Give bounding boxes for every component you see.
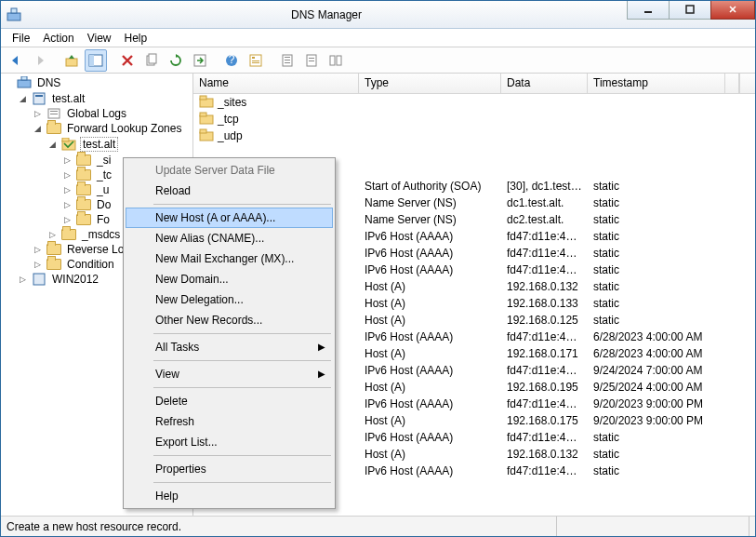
tree-conditional[interactable]: ▷Condition <box>33 257 120 272</box>
ctx-new-alias[interactable]: New Alias (CNAME)... <box>126 228 333 248</box>
svg-rect-36 <box>200 96 206 100</box>
list-item-folder[interactable]: _sites <box>193 94 755 111</box>
status-cell-2 <box>557 517 749 536</box>
ctx-refresh[interactable]: Refresh <box>126 411 333 432</box>
folder-icon <box>76 199 91 210</box>
tree-other-server[interactable]: ▷WIN2012 <box>18 272 104 287</box>
maximize-button[interactable] <box>669 1 711 20</box>
folder-icon <box>46 259 61 270</box>
expand-icon[interactable]: ▷ <box>47 229 58 239</box>
list-item-ts: static <box>588 463 725 478</box>
show-tree-button[interactable] <box>85 49 107 72</box>
menu-view[interactable]: View <box>82 30 117 47</box>
ctx-properties[interactable]: Properties <box>126 459 333 479</box>
ctx-export[interactable]: Export List... <box>126 432 333 452</box>
help-button[interactable]: ? <box>220 49 243 72</box>
ctx-separator <box>153 204 331 205</box>
ctx-delete[interactable]: Delete <box>126 391 333 411</box>
expand-icon[interactable] <box>3 78 13 88</box>
list-item-data: 192.168.0.125 <box>501 313 588 328</box>
svg-rect-34 <box>33 274 45 285</box>
expand-icon[interactable]: ▷ <box>62 154 73 165</box>
close-button[interactable] <box>710 1 755 20</box>
ctx-view[interactable]: View▶ <box>126 364 333 384</box>
expand-icon[interactable]: ▷ <box>33 108 43 118</box>
status-bar: Create a new host resource record. <box>1 516 755 536</box>
collapse-icon[interactable]: ◢ <box>18 93 28 103</box>
tree-child-label: _u <box>95 183 111 196</box>
list-item-data: fd47:d11e:43c... <box>501 262 588 277</box>
nav-forward-button[interactable] <box>29 49 51 72</box>
tree-other-server-label: WIN2012 <box>50 273 100 286</box>
col-header-extra[interactable] <box>725 74 739 93</box>
col-header-name[interactable]: Name <box>193 74 359 93</box>
ctx-all-tasks[interactable]: All Tasks▶ <box>126 337 333 357</box>
tree-child[interactable]: ▷_si <box>62 153 116 168</box>
list-item-folder[interactable]: _tcp <box>193 111 755 128</box>
tree-child[interactable]: ▷Do <box>62 197 116 212</box>
menu-action[interactable]: Action <box>37 30 79 47</box>
minimize-button[interactable] <box>627 1 670 20</box>
tree-server[interactable]: ◢ test.alt <box>18 91 90 106</box>
col-header-type[interactable]: Type <box>359 74 501 93</box>
up-button[interactable] <box>60 49 83 72</box>
list-item-data: dc1.test.alt. <box>501 195 588 210</box>
expand-icon[interactable]: ▷ <box>62 184 73 195</box>
ctx-new-delegation[interactable]: New Delegation... <box>126 289 333 310</box>
tree-child[interactable]: ▷_u <box>62 182 114 197</box>
delete-button[interactable] <box>116 49 139 72</box>
ctx-separator <box>153 387 331 388</box>
expand-icon[interactable]: ▷ <box>33 259 43 269</box>
ctx-new-host[interactable]: New Host (A or AAAA)... <box>126 208 333 228</box>
refresh-button[interactable] <box>165 49 187 72</box>
expand-icon[interactable]: ▷ <box>18 274 28 284</box>
expand-icon[interactable]: ▷ <box>62 214 73 224</box>
expand-icon[interactable]: ▷ <box>62 199 73 209</box>
filter-button-3[interactable] <box>325 49 347 72</box>
folder-icon <box>46 123 61 134</box>
export-button[interactable] <box>189 49 211 72</box>
expand-icon[interactable]: ▷ <box>33 244 43 254</box>
list-item-ts: static <box>588 262 725 277</box>
list-item-type: IPv6 Host (AAAA) <box>359 262 501 277</box>
tree-zone-selected[interactable]: ◢test.alt <box>47 136 122 153</box>
properties-button[interactable] <box>245 49 267 72</box>
svg-rect-3 <box>686 6 694 13</box>
list-item-type: Host (A) <box>359 447 501 462</box>
menu-help[interactable]: Help <box>119 30 153 47</box>
collapse-icon[interactable]: ◢ <box>33 123 43 133</box>
window-title: DNS Manager <box>25 8 628 21</box>
ctx-new-mx[interactable]: New Mail Exchanger (MX)... <box>126 248 333 269</box>
list-item-type: Host (A) <box>359 346 501 361</box>
tree-child[interactable]: ▷Fo <box>62 212 115 227</box>
svg-rect-21 <box>309 58 314 59</box>
ctx-help[interactable]: Help <box>126 486 333 506</box>
list-item-type: IPv6 Host (AAAA) <box>359 329 501 344</box>
svg-rect-38 <box>200 113 206 116</box>
ctx-new-domain[interactable]: New Domain... <box>126 269 333 289</box>
list-item-type: IPv6 Host (AAAA) <box>359 229 501 244</box>
tree-child[interactable]: ▷_tc <box>62 168 117 182</box>
list-item-ts: 6/28/2023 4:00:00 AM <box>588 346 725 361</box>
collapse-icon[interactable]: ◢ <box>47 139 58 149</box>
expand-icon[interactable]: ▷ <box>62 169 73 180</box>
tree-forward-zones[interactable]: ◢Forward Lookup Zones <box>33 121 187 136</box>
filter-button-1[interactable] <box>276 49 298 72</box>
tree-global-logs[interactable]: ▷Global Logs <box>33 106 132 121</box>
list-item-ts: 9/25/2024 4:00:00 AM <box>588 380 725 395</box>
nav-back-button[interactable] <box>5 49 27 72</box>
list-item-type: IPv6 Host (AAAA) <box>359 396 501 411</box>
tree-msdcs[interactable]: ▷_msdcs <box>47 227 126 242</box>
ctx-other-records[interactable]: Other New Records... <box>126 310 333 330</box>
tree-reverse-zones[interactable]: ▷Reverse Lo <box>33 242 129 257</box>
list-item-folder[interactable]: _udp <box>193 128 755 144</box>
filter-button-2[interactable] <box>300 49 323 72</box>
menu-file[interactable]: File <box>7 30 35 47</box>
col-header-ts[interactable]: Timestamp <box>588 74 725 93</box>
copy-button[interactable] <box>140 49 163 72</box>
tree-root[interactable]: DNS <box>3 75 66 90</box>
list-item-type: IPv6 Host (AAAA) <box>359 246 501 261</box>
ctx-reload[interactable]: Reload <box>126 181 333 201</box>
list-item-ts: static <box>588 430 725 445</box>
col-header-data[interactable]: Data <box>501 74 588 93</box>
